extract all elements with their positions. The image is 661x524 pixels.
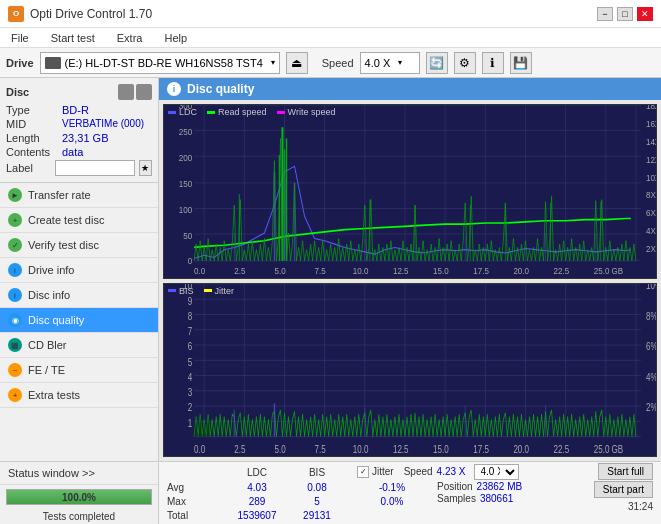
ldc-total: 1539607 (227, 509, 287, 522)
disc-contents-label: Contents (6, 146, 62, 158)
sidebar-item-fe-te[interactable]: ~ FE / TE (0, 358, 158, 383)
legend-jitter-label: Jitter (215, 286, 235, 296)
sidebar-item-extra-tests[interactable]: + Extra tests (0, 383, 158, 408)
sidebar-item-fe-te-label: FE / TE (28, 364, 65, 376)
jitter-check[interactable]: ✓ Jitter (357, 466, 394, 478)
minimize-button[interactable]: − (597, 7, 613, 21)
app-icon: O (8, 6, 24, 22)
svg-text:16X: 16X (646, 119, 656, 130)
samples-label: Samples (437, 493, 476, 504)
status-window-label: Status window >> (8, 467, 95, 479)
jitter-checkbox[interactable]: ✓ (357, 466, 369, 478)
svg-text:10X: 10X (646, 172, 656, 183)
svg-text:12.5: 12.5 (393, 442, 409, 454)
chart2-legend: BIS Jitter (168, 286, 234, 296)
svg-text:8X: 8X (646, 190, 656, 201)
jitter-data-col: -0.1% 0.0% (357, 481, 427, 508)
disc-panel-header: Disc (6, 84, 152, 100)
position-value: 23862 MB (477, 481, 523, 492)
drive-icon (45, 57, 61, 69)
speed-value: 4.0 X (365, 57, 391, 69)
disc-length-label: Length (6, 132, 62, 144)
ldc-max: 289 (227, 495, 287, 508)
legend-bis-label: BIS (179, 286, 194, 296)
progress-text: 100.0% (62, 492, 96, 503)
status-window-button[interactable]: Status window >> (0, 462, 158, 485)
close-button[interactable]: ✕ (637, 7, 653, 21)
svg-text:5: 5 (188, 355, 192, 367)
maximize-button[interactable]: □ (617, 7, 633, 21)
info-button[interactable]: ℹ (482, 52, 504, 74)
svg-text:2.5: 2.5 (234, 442, 245, 454)
sidebar-item-create-test-disc[interactable]: + Create test disc (0, 208, 158, 233)
svg-text:7.5: 7.5 (315, 266, 326, 277)
legend-write-speed-label: Write speed (288, 107, 336, 117)
title-bar-left: O Opti Drive Control 1.70 (8, 6, 152, 22)
drive-value: (E:) HL-DT-ST BD-RE WH16NS58 TST4 (65, 57, 263, 69)
legend-read-speed-dot (207, 111, 215, 114)
right-actions: Start part 31:24 (594, 481, 653, 512)
sidebar-item-disc-quality[interactable]: ◉ Disc quality (0, 308, 158, 333)
stats-bar: LDC BIS ✓ Jitter Speed 4.23 X 4.0 X 2.0 … (159, 461, 661, 524)
svg-text:20.0: 20.0 (513, 442, 529, 454)
sidebar-item-verify-test-disc-label: Verify test disc (28, 239, 99, 251)
extra-tests-icon: + (8, 388, 22, 402)
drive-select[interactable]: (E:) HL-DT-ST BD-RE WH16NS58 TST4 ▾ (40, 52, 280, 74)
bis-total: 29131 (287, 509, 347, 522)
disc-btn2[interactable] (136, 84, 152, 100)
menu-start-test[interactable]: Start test (48, 31, 98, 45)
legend-bis-dot (168, 289, 176, 292)
bis-data-col: 0.08 5 29131 (287, 481, 347, 522)
speed-selector[interactable]: 4.0 X 2.0 X 1.0 X (474, 464, 519, 480)
drive-label: Drive (6, 57, 34, 69)
svg-text:25.0 GB: 25.0 GB (594, 266, 624, 277)
disc-label-btn[interactable]: ★ (139, 160, 152, 176)
disc-mid-label: MID (6, 118, 62, 130)
sidebar-item-transfer-rate[interactable]: ► Transfer rate (0, 183, 158, 208)
svg-text:15.0: 15.0 (433, 266, 449, 277)
sidebar-item-drive-info[interactable]: i Drive info (0, 258, 158, 283)
menu-file[interactable]: File (8, 31, 32, 45)
disc-label-input[interactable] (55, 160, 135, 176)
sidebar-item-create-test-disc-label: Create test disc (28, 214, 104, 226)
sidebar-item-verify-test-disc[interactable]: ✓ Verify test disc (0, 233, 158, 258)
eject-button[interactable]: ⏏ (286, 52, 308, 74)
svg-text:150: 150 (179, 179, 193, 190)
sidebar-bottom: Status window >> 100.0% Tests completed (0, 461, 158, 524)
start-part-button[interactable]: Start part (594, 481, 653, 498)
disc-quality-header-icon: i (167, 82, 181, 96)
legend-read-speed-label: Read speed (218, 107, 267, 117)
title-bar: O Opti Drive Control 1.70 − □ ✕ (0, 0, 661, 28)
svg-text:4X: 4X (646, 226, 656, 237)
progress-bar-container: 100.0% (6, 489, 152, 505)
menu-help[interactable]: Help (161, 31, 190, 45)
svg-text:2: 2 (188, 401, 192, 413)
svg-text:2%: 2% (646, 401, 656, 413)
save-button[interactable]: 💾 (510, 52, 532, 74)
settings-button[interactable]: ⚙ (454, 52, 476, 74)
chart1-legend: LDC Read speed Write speed (168, 107, 335, 117)
disc-btn1[interactable] (118, 84, 134, 100)
refresh-button[interactable]: 🔄 (426, 52, 448, 74)
position-data-col: Position 23862 MB Samples 380661 (437, 481, 522, 504)
svg-text:12.5: 12.5 (393, 266, 409, 277)
svg-text:7.5: 7.5 (315, 442, 326, 454)
svg-text:10%: 10% (646, 284, 656, 292)
bis-col-label: BIS (309, 467, 325, 478)
menu-extra[interactable]: Extra (114, 31, 146, 45)
sidebar-item-disc-info[interactable]: i Disc info (0, 283, 158, 308)
disc-mid-row: MID VERBATIMe (000) (6, 118, 152, 130)
disc-type-row: Type BD-R (6, 104, 152, 116)
total-row-label: Total (167, 509, 227, 522)
speed-select[interactable]: 4.0 X ▾ (360, 52, 420, 74)
svg-text:7: 7 (188, 324, 192, 336)
legend-ldc-dot (168, 111, 176, 114)
sidebar-item-cd-bler[interactable]: ▦ CD Bler (0, 333, 158, 358)
svg-text:0: 0 (188, 256, 193, 267)
content-area: i Disc quality LDC Read speed (159, 78, 661, 524)
main-layout: Disc Type BD-R MID VERBATIMe (000) Lengt… (0, 78, 661, 524)
svg-text:5.0: 5.0 (274, 442, 285, 454)
stats-header-row: LDC BIS ✓ Jitter Speed 4.23 X 4.0 X 2.0 … (159, 462, 661, 481)
start-full-button[interactable]: Start full (598, 463, 653, 480)
disc-info-icon: i (8, 288, 22, 302)
